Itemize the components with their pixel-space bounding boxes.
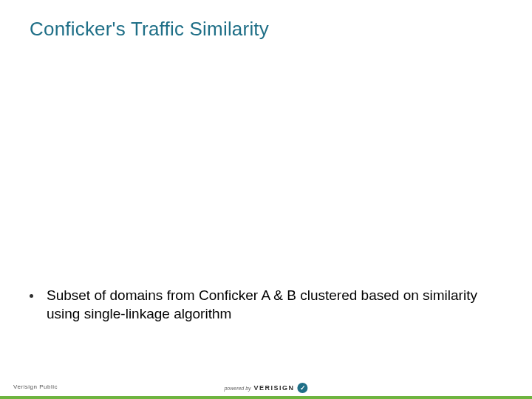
footer-accent-bar: [0, 396, 532, 399]
powered-by-text: powered by: [224, 386, 250, 391]
footer-brand: powered by VERISIGN: [224, 383, 307, 393]
checkmark-icon: [298, 383, 308, 393]
bullet-text: Subset of domains from Conficker A & B c…: [47, 287, 510, 323]
footer-classification: Verisign Public: [13, 383, 58, 390]
slide: Conficker's Traffic Similarity Subset of…: [0, 0, 532, 399]
footer: Verisign Public powered by VERISIGN: [0, 377, 532, 399]
bullet-marker-icon: [30, 294, 33, 298]
bullet-item: Subset of domains from Conficker A & B c…: [30, 287, 510, 323]
brand-wordmark: VERISIGN: [254, 384, 295, 392]
slide-title: Conficker's Traffic Similarity: [30, 18, 269, 41]
